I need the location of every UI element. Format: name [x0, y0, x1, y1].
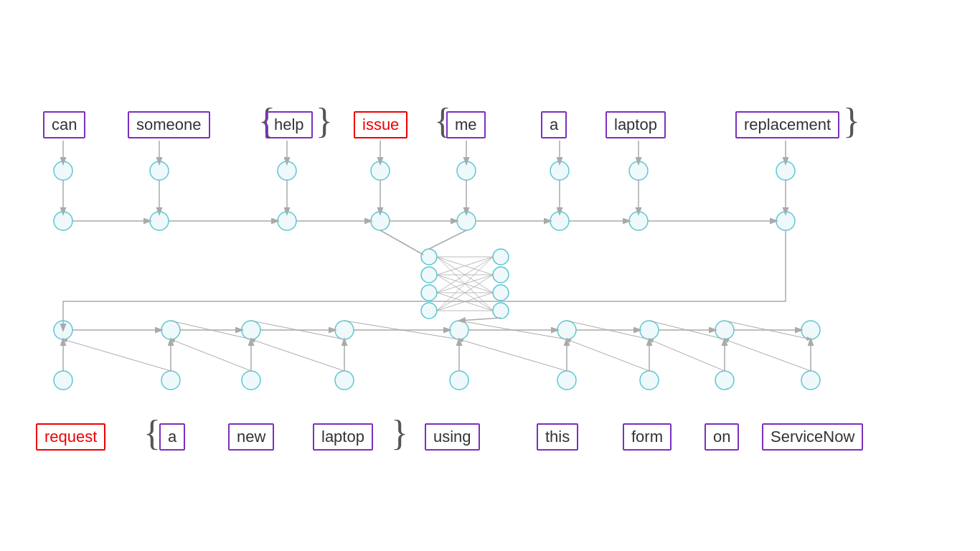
svg-point-23: [550, 212, 569, 230]
word-can: can: [43, 111, 85, 138]
svg-text:}: }: [316, 100, 333, 141]
word-laptop-bot: laptop: [313, 423, 373, 451]
svg-line-63: [380, 230, 423, 255]
svg-point-89: [335, 371, 354, 390]
svg-point-91: [450, 371, 468, 390]
svg-point-93: [557, 371, 576, 390]
svg-point-42: [421, 303, 437, 319]
svg-point-11: [278, 212, 296, 230]
svg-point-44: [493, 267, 509, 283]
word-help: help: [265, 111, 313, 138]
svg-point-3: [54, 212, 72, 230]
svg-point-95: [640, 371, 659, 390]
svg-point-31: [776, 212, 795, 230]
svg-point-15: [371, 212, 390, 230]
svg-point-9: [278, 161, 296, 180]
word-a-top: a: [541, 111, 567, 138]
svg-point-87: [242, 371, 260, 390]
word-servicenow: ServiceNow: [762, 423, 863, 451]
svg-point-67: [242, 321, 260, 339]
svg-point-19: [457, 212, 476, 230]
svg-line-110: [251, 339, 344, 371]
svg-point-71: [640, 321, 659, 339]
svg-line-113: [649, 339, 725, 371]
svg-point-29: [776, 161, 795, 180]
svg-point-97: [715, 371, 734, 390]
svg-line-108: [63, 339, 171, 371]
word-request: request: [36, 423, 105, 451]
word-laptop-top: laptop: [606, 111, 666, 138]
word-someone: someone: [128, 111, 210, 138]
svg-point-45: [493, 285, 509, 301]
svg-line-109: [171, 339, 251, 371]
svg-point-39: [421, 249, 437, 265]
word-using: using: [425, 423, 480, 451]
svg-point-13: [371, 161, 390, 180]
alignment-diagram: { } { } { }: [0, 0, 980, 551]
svg-point-41: [421, 285, 437, 301]
svg-point-68: [335, 321, 354, 339]
svg-point-5: [150, 161, 169, 180]
svg-point-27: [629, 212, 648, 230]
svg-text:{: {: [143, 413, 161, 453]
svg-point-25: [629, 161, 648, 180]
svg-line-82: [459, 318, 501, 321]
svg-line-112: [567, 339, 649, 371]
word-issue: issue: [354, 111, 407, 138]
svg-point-46: [493, 303, 509, 319]
svg-line-111: [459, 339, 567, 371]
svg-point-73: [801, 321, 820, 339]
word-this: this: [537, 423, 578, 451]
word-on: on: [705, 423, 739, 451]
svg-line-114: [725, 339, 811, 371]
svg-line-64: [429, 230, 466, 249]
svg-point-43: [493, 249, 509, 265]
svg-text:}: }: [391, 413, 408, 453]
svg-point-1: [54, 161, 72, 180]
svg-text:}: }: [843, 100, 860, 141]
svg-point-7: [150, 212, 169, 230]
svg-point-17: [457, 161, 476, 180]
svg-point-40: [421, 267, 437, 283]
svg-point-66: [161, 321, 180, 339]
word-replacement: replacement: [735, 111, 839, 138]
svg-point-99: [801, 371, 820, 390]
diagram-canvas: { } { } { } can someone help issue me a …: [0, 0, 980, 551]
svg-point-65: [54, 321, 72, 339]
svg-point-72: [715, 321, 734, 339]
word-new: new: [228, 423, 274, 451]
word-a-bot: a: [159, 423, 185, 451]
word-form: form: [623, 423, 672, 451]
svg-point-69: [450, 321, 468, 339]
svg-point-85: [161, 371, 180, 390]
svg-point-21: [550, 161, 569, 180]
svg-point-83: [54, 371, 72, 390]
word-me: me: [446, 111, 486, 138]
svg-point-70: [557, 321, 576, 339]
